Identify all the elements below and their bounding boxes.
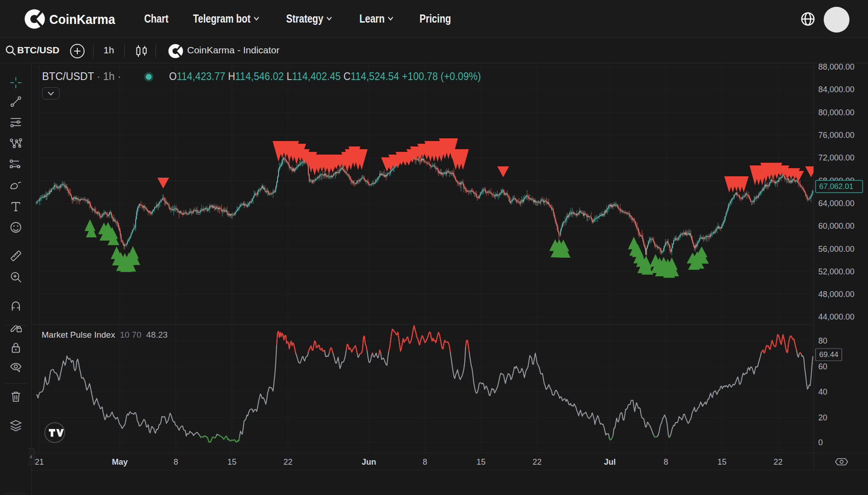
svg-text:20: 20 [818, 413, 827, 422]
svg-text:80: 80 [818, 336, 827, 345]
svg-text:22: 22 [774, 457, 783, 467]
svg-text:48,000.00: 48,000.00 [818, 290, 854, 299]
svg-text:52,000.00: 52,000.00 [818, 267, 854, 276]
svg-text:8: 8 [664, 457, 668, 467]
svg-text:May: May [112, 457, 127, 467]
svg-text:8: 8 [174, 457, 178, 467]
svg-text:15: 15 [717, 457, 726, 467]
svg-text:Jun: Jun [362, 457, 376, 467]
svg-text:80,000.00: 80,000.00 [818, 108, 854, 117]
svg-text:69.44: 69.44 [819, 350, 839, 359]
svg-text:60,000.00: 60,000.00 [818, 222, 854, 231]
svg-text:64,000.00: 64,000.00 [818, 199, 854, 208]
svg-text:15: 15 [227, 457, 236, 467]
svg-text:44,000.00: 44,000.00 [818, 312, 854, 321]
svg-text:8: 8 [423, 457, 427, 467]
svg-text:76,000.00: 76,000.00 [818, 131, 854, 140]
svg-text:0: 0 [818, 438, 823, 447]
svg-text:60: 60 [818, 362, 827, 371]
svg-text:15: 15 [476, 457, 486, 467]
svg-text:72,000.00: 72,000.00 [818, 153, 854, 162]
svg-text:84,000.00: 84,000.00 [818, 85, 854, 94]
svg-text:56,000.00: 56,000.00 [818, 245, 854, 254]
svg-text:Jul: Jul [604, 457, 616, 467]
svg-text:67,062.01: 67,062.01 [819, 182, 854, 191]
svg-text:22: 22 [533, 457, 542, 467]
svg-text:22: 22 [283, 457, 292, 467]
svg-text:21: 21 [35, 457, 44, 467]
svg-text:88,000.00: 88,000.00 [818, 63, 854, 71]
svg-text:40: 40 [818, 387, 827, 396]
